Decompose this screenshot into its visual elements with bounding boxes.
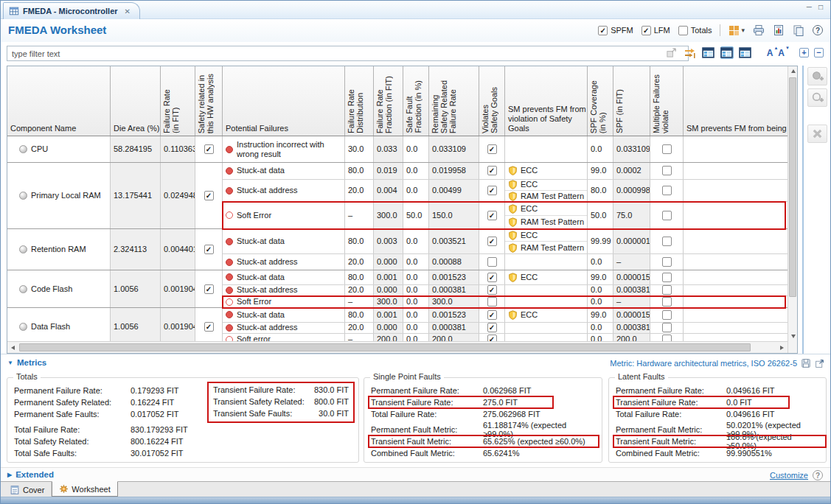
spf-coverage-cell[interactable]: 0.0 xyxy=(588,285,613,296)
die-area-cell[interactable]: 1.0056 xyxy=(111,270,161,307)
safe-fraction-cell[interactable]: 0.0 xyxy=(403,270,429,284)
failure-name-cell[interactable]: Soft Error xyxy=(223,202,345,228)
multiple-violate-checkbox[interactable] xyxy=(662,166,672,175)
failure-row[interactable]: Stuck-at address 20.0 0.000 0.0 0.000381… xyxy=(223,284,787,296)
sm-latent-cell[interactable] xyxy=(684,270,787,284)
safety-related-checkbox[interactable] xyxy=(204,144,214,154)
safe-fraction-cell[interactable]: 0.0 xyxy=(403,296,429,307)
failure-name-cell[interactable]: Stuck-at address xyxy=(223,254,345,270)
sm-latent-cell[interactable] xyxy=(684,285,787,296)
safe-fraction-cell[interactable]: 0.0 xyxy=(403,136,429,162)
safety-mechanism-cell[interactable] xyxy=(505,285,588,296)
spf-cell[interactable]: 0.000381 xyxy=(613,323,650,334)
spf-coverage-cell[interactable]: 50.0 xyxy=(588,202,613,228)
safety-mechanism-cell[interactable]: ECC xyxy=(505,308,588,322)
remaining-cell[interactable]: 150.0 xyxy=(429,202,479,228)
distribution-cell[interactable]: – xyxy=(345,202,374,228)
remaining-cell[interactable]: 0.033109 xyxy=(429,136,479,162)
multiple-violate-checkbox[interactable] xyxy=(662,144,672,154)
scroll-left-arrow[interactable] xyxy=(8,343,18,352)
violates-checkbox[interactable] xyxy=(487,273,497,282)
safety-related-checkbox[interactable] xyxy=(204,284,214,294)
safety-related-checkbox[interactable] xyxy=(204,322,214,332)
scroll-right-arrow[interactable] xyxy=(777,343,787,352)
spf-cell[interactable]: 0.000998 xyxy=(613,180,650,202)
failure-rate-cell[interactable]: 0.001904 xyxy=(161,308,195,341)
spf-coverage-cell[interactable]: 0.0 xyxy=(588,334,613,341)
violates-checkbox[interactable] xyxy=(487,237,497,246)
table-layout-3-button[interactable] xyxy=(739,46,752,59)
violates-checkbox[interactable] xyxy=(487,335,497,341)
spf-cell[interactable]: – xyxy=(613,296,650,307)
safety-mechanism-cell[interactable]: ECC RAM Test Pattern xyxy=(505,180,588,202)
failure-name-cell[interactable]: Stuck-at address xyxy=(223,285,345,296)
failure-row[interactable]: Stuck-at data 80.0 0.019 0.0 0.019958 EC… xyxy=(223,163,787,179)
failure-row[interactable]: Stuck-at data 80.0 0.001 0.0 0.001523 EC… xyxy=(223,308,787,322)
safe-fraction-cell[interactable]: 0.0 xyxy=(403,323,429,334)
violates-checkbox[interactable] xyxy=(487,310,497,320)
spf-cell[interactable]: 0.000015 xyxy=(613,308,650,322)
safe-fraction-cell[interactable]: 50.0 xyxy=(403,202,429,228)
spf-coverage-cell[interactable]: 80.0 xyxy=(588,180,613,202)
expand-all-button[interactable]: + xyxy=(799,48,809,57)
safe-fraction-cell[interactable]: 0.0 xyxy=(403,180,429,202)
scroll-down-arrow[interactable] xyxy=(788,332,798,341)
safe-fraction-cell[interactable]: 0.0 xyxy=(403,334,429,341)
safety-mechanism-cell[interactable] xyxy=(505,323,588,334)
spf-coverage-cell[interactable]: 99.0 xyxy=(588,308,613,322)
toggle-lfm[interactable]: LFM xyxy=(641,26,670,35)
violates-checkbox[interactable] xyxy=(487,297,497,307)
delete-button[interactable] xyxy=(807,125,827,143)
failure-name-cell[interactable]: Stuck-at address xyxy=(223,323,345,334)
safety-related-checkbox[interactable] xyxy=(204,245,214,254)
multiple-violate-checkbox[interactable] xyxy=(662,335,672,341)
remaining-cell[interactable]: 0.000381 xyxy=(429,285,479,296)
spf-coverage-cell[interactable]: 0.0 xyxy=(588,323,613,334)
help-icon[interactable]: ? xyxy=(813,25,823,35)
table-layout-1-button[interactable] xyxy=(702,46,715,59)
safety-mechanism-cell[interactable]: ECC xyxy=(505,163,588,179)
add-safety-mechanism-button[interactable] xyxy=(807,88,827,107)
vertical-scrollbar[interactable] xyxy=(787,66,797,353)
safe-fraction-cell[interactable]: 0.0 xyxy=(403,254,429,270)
minimize-icon[interactable]: ─ xyxy=(807,3,812,11)
spf-coverage-cell[interactable]: 99.0 xyxy=(588,270,613,284)
failure-name-cell[interactable]: Soft Error xyxy=(223,296,345,307)
distribution-cell[interactable]: 80.0 xyxy=(345,229,374,253)
add-failure-mode-button[interactable] xyxy=(807,67,827,85)
failure-name-cell[interactable]: Stuck-at data xyxy=(223,308,345,322)
fraction-cell[interactable]: 0.033 xyxy=(374,136,403,162)
safety-related-checkbox[interactable] xyxy=(204,191,214,200)
sm-latent-cell[interactable] xyxy=(684,136,787,162)
editor-tab-fmeda[interactable]: FMEDA - Microcontroller ✕ xyxy=(3,2,140,19)
component-name-cell[interactable]: CPU xyxy=(7,136,111,162)
safety-mechanism-cell[interactable] xyxy=(505,136,588,162)
safe-fraction-cell[interactable]: 0.0 xyxy=(403,285,429,296)
failure-name-cell[interactable]: Stuck-at data xyxy=(223,163,345,179)
safety-mechanism-cell[interactable]: ECC RAM Test Pattern xyxy=(505,229,588,253)
multiple-violate-checkbox[interactable] xyxy=(662,323,672,332)
fraction-cell[interactable]: 0.000 xyxy=(374,323,403,334)
remaining-cell[interactable]: 200.0 xyxy=(429,334,479,341)
distribution-cell[interactable]: 20.0 xyxy=(345,180,374,202)
failure-row[interactable]: Stuck-at data 80.0 0.003 0.0 0.003521 EC… xyxy=(223,229,787,253)
failure-name-cell[interactable]: Instruction incorrect with wrong result xyxy=(223,136,345,162)
save-metric-icon[interactable] xyxy=(801,358,811,368)
fraction-cell[interactable]: 300.0 xyxy=(374,202,403,228)
remaining-cell[interactable]: 0.003521 xyxy=(429,229,479,253)
sm-latent-cell[interactable] xyxy=(684,202,787,228)
die-area-cell[interactable]: 13.175441 xyxy=(111,163,161,228)
distribution-cell[interactable]: – xyxy=(345,334,374,341)
fraction-cell[interactable]: 0.000 xyxy=(374,285,403,296)
maximize-icon[interactable]: □ xyxy=(818,3,823,11)
spf-cell[interactable]: 75.0 xyxy=(613,202,650,228)
multiple-violate-checkbox[interactable] xyxy=(662,186,672,195)
tab-cover[interactable]: Cover xyxy=(3,482,52,497)
remaining-cell[interactable]: 0.00499 xyxy=(429,180,479,202)
failure-row[interactable]: Stuck-at address 20.0 0.004 0.0 0.00499 … xyxy=(223,179,787,202)
safety-mechanism-cell[interactable]: ECC RAM Test Pattern xyxy=(505,202,588,228)
spf-coverage-cell[interactable]: 0.0 xyxy=(588,136,613,162)
totals-checkbox[interactable] xyxy=(678,26,688,35)
help-icon[interactable]: ? xyxy=(813,470,823,480)
scroll-up-arrow[interactable] xyxy=(788,66,798,76)
